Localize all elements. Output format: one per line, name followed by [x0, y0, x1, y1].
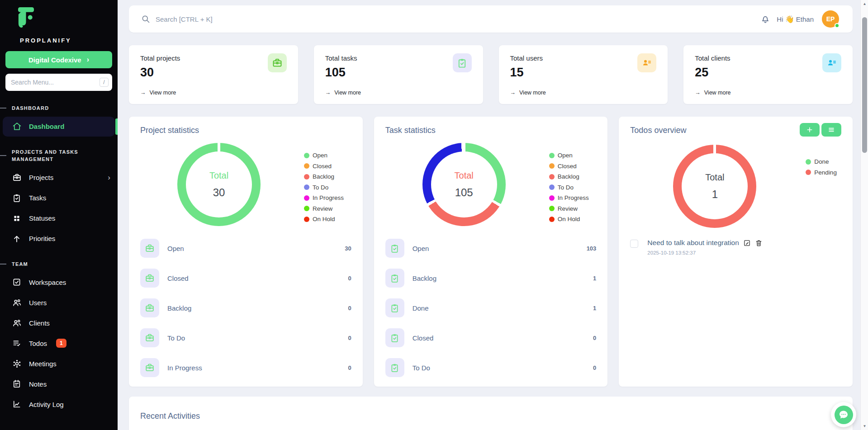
trash-icon[interactable]: [755, 239, 763, 247]
clipboard-check-icon: [385, 298, 404, 317]
view-more-link[interactable]: →View more: [140, 90, 176, 96]
clipboard-check-icon: [385, 269, 404, 288]
legend-item[interactable]: On Hold: [304, 214, 344, 225]
sidebar-item-dashboard[interactable]: Dashboard: [3, 117, 115, 137]
sidebar-item-label: Todos: [29, 340, 47, 347]
page-scrollbar[interactable]: ▲ ▼: [860, 0, 868, 430]
list-icon: [828, 126, 835, 133]
todo-text: Need to talk about integration: [647, 239, 739, 247]
task-statistics-card: Task statistics Total 105 Open Closed Ba…: [374, 117, 608, 387]
status-row: To Do0: [140, 323, 351, 353]
sidebar-item-tasks[interactable]: Tasks: [3, 188, 115, 208]
view-more-link[interactable]: →View more: [695, 90, 730, 96]
sidebar-item-notes[interactable]: Notes: [3, 374, 115, 394]
donut-total-value: 105: [455, 186, 473, 199]
scrollbar-thumb[interactable]: [862, 17, 867, 153]
briefcase-icon: [140, 328, 159, 347]
view-more-link[interactable]: →View more: [510, 90, 546, 96]
stat-card-total-projects: Total projects 30 →View more: [129, 45, 298, 104]
user-avatar[interactable]: EP: [822, 10, 839, 28]
briefcase-icon: [12, 173, 22, 183]
legend-item[interactable]: In Progress: [549, 193, 589, 203]
sidebar-item-priorities[interactable]: Priorities: [3, 229, 115, 249]
legend-dot: [304, 153, 309, 158]
stat-label: Total tasks: [325, 54, 472, 62]
sidebar-item-label: Users: [29, 299, 47, 307]
global-search-input[interactable]: [156, 15, 760, 23]
sidebar-item-label: Activity Log: [29, 401, 64, 408]
notepad-icon: [12, 379, 22, 389]
workspace-switcher-button[interactable]: Digital Codexive ›: [5, 51, 112, 68]
legend-item[interactable]: Review: [304, 203, 344, 214]
legend-item[interactable]: Open: [304, 150, 344, 161]
home-icon: [12, 122, 22, 132]
sidebar-item-todos[interactable]: Todos 1: [3, 333, 115, 353]
app-logo: PROPLANIFY: [14, 5, 118, 44]
recent-activities-card: Recent Activities: [129, 397, 853, 430]
sidebar-menu-search-input[interactable]: [5, 74, 112, 91]
todo-timestamp: 2025-10-19 13:52:37: [647, 250, 763, 255]
user-lines-icon: [637, 53, 656, 72]
legend-item[interactable]: On Hold: [549, 214, 589, 225]
todos-donut-chart[interactable]: Total 1: [673, 145, 756, 228]
stat-label: Total clients: [695, 54, 841, 62]
legend-item[interactable]: Closed: [549, 161, 589, 172]
briefcase-icon: [268, 53, 287, 72]
sidebar-item-label: Notes: [29, 380, 47, 388]
legend-item[interactable]: Open: [549, 150, 589, 161]
notifications-bell-icon[interactable]: [760, 14, 770, 24]
clipboard-check-icon: [385, 358, 404, 377]
sidebar-item-workspaces[interactable]: Workspaces: [3, 272, 115, 292]
sidebar-item-projects[interactable]: Projects ›: [3, 168, 115, 188]
clipboard-check-icon: [12, 193, 22, 203]
todo-checkbox[interactable]: [630, 240, 638, 248]
add-todo-button[interactable]: [800, 123, 820, 137]
plus-icon: [806, 126, 813, 133]
grid-icon: [12, 213, 22, 223]
sidebar-item-clients[interactable]: Clients: [3, 313, 115, 333]
legend-dot: [806, 159, 811, 165]
sidebar-nav: DASHBOARD Dashboard PROJECTS AND TASKS M…: [0, 104, 118, 414]
legend-dot: [806, 170, 811, 175]
sidebar-item-activity-log[interactable]: Activity Log: [3, 394, 115, 414]
list-check-icon: [12, 338, 22, 348]
legend-item[interactable]: Done: [806, 156, 837, 167]
status-row: Backlog1: [385, 263, 597, 293]
edit-icon[interactable]: [743, 239, 751, 247]
arrow-right-icon: →: [140, 90, 146, 96]
legend-dot: [549, 217, 555, 222]
arrow-right-icon: →: [695, 90, 701, 96]
legend-item[interactable]: Closed: [304, 161, 344, 172]
sidebar-item-users[interactable]: Users: [3, 293, 115, 312]
todo-list-button[interactable]: [821, 123, 841, 137]
stat-label: Total projects: [140, 54, 287, 62]
legend-item[interactable]: In Progress: [304, 193, 344, 203]
project-donut-chart[interactable]: Total 30: [177, 143, 261, 226]
chat-bubble-icon: [835, 406, 853, 424]
todos-count-badge: 1: [56, 339, 66, 348]
legend-item[interactable]: Pending: [806, 167, 837, 178]
legend: Open Closed Backlog To Do In Progress Re…: [549, 150, 589, 225]
scroll-up-arrow[interactable]: ▲: [861, 2, 868, 6]
legend-item[interactable]: Review: [549, 203, 589, 214]
legend-item[interactable]: To Do: [304, 182, 344, 193]
task-donut-chart[interactable]: Total 105: [422, 143, 506, 226]
status-row: In Progress0: [140, 353, 351, 383]
clipboard-check-icon: [453, 53, 472, 72]
legend-dot: [304, 217, 309, 222]
view-more-link[interactable]: →View more: [325, 90, 361, 96]
briefcase-icon: [140, 239, 159, 258]
chat-fab-button[interactable]: [831, 402, 856, 427]
legend-item[interactable]: Backlog: [304, 171, 344, 182]
scroll-down-arrow[interactable]: ▼: [861, 424, 868, 428]
online-status-dot: [835, 23, 840, 28]
briefcase-icon: [140, 298, 159, 317]
legend-dot: [549, 163, 555, 169]
legend-item[interactable]: To Do: [549, 182, 589, 193]
legend-item[interactable]: Backlog: [549, 171, 589, 182]
sidebar-item-meetings[interactable]: Meetings: [3, 354, 115, 373]
status-row: Closed0: [385, 323, 597, 353]
sidebar-item-label: Dashboard: [29, 123, 64, 130]
card-title: Project statistics: [140, 126, 199, 135]
sidebar-item-statuses[interactable]: Statuses: [3, 208, 115, 228]
